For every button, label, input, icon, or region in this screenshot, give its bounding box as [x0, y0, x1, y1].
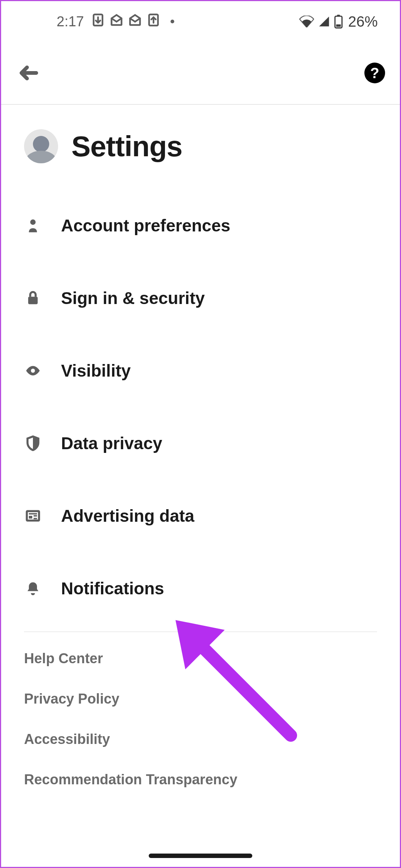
envelope-open-icon — [110, 13, 123, 30]
settings-item-advertising-data[interactable]: Advertising data — [24, 480, 377, 552]
footer-links: Help Center Privacy Policy Accessibility… — [1, 632, 400, 788]
clipboard-out-icon — [91, 13, 105, 30]
settings-item-sign-in-security[interactable]: Sign in & security — [24, 262, 377, 334]
settings-item-label: Sign in & security — [61, 288, 205, 308]
svg-rect-6 — [28, 297, 38, 304]
status-bar: 2:17 — [1, 1, 400, 42]
settings-item-label: Account preferences — [61, 216, 230, 236]
eye-icon — [24, 363, 42, 379]
settings-item-account-preferences[interactable]: Account preferences — [24, 189, 377, 262]
settings-item-label: Visibility — [61, 361, 131, 381]
footer-link-accessibility[interactable]: Accessibility — [24, 731, 377, 747]
shield-icon — [24, 435, 42, 451]
settings-item-label: Data privacy — [61, 433, 162, 453]
footer-link-recommendation-transparency[interactable]: Recommendation Transparency — [24, 772, 377, 788]
svg-rect-3 — [337, 15, 340, 17]
settings-item-visibility[interactable]: Visibility — [24, 334, 377, 407]
settings-item-label: Advertising data — [61, 506, 194, 526]
app-header: ? — [1, 42, 400, 105]
wifi-icon — [299, 16, 314, 27]
envelope-open-icon-2 — [128, 13, 142, 30]
clipboard-in-icon — [147, 13, 160, 30]
battery-percent: 26% — [348, 13, 378, 30]
person-icon — [24, 217, 42, 234]
page-title: Settings — [71, 130, 182, 163]
navigation-handle[interactable] — [149, 854, 252, 858]
svg-rect-4 — [336, 24, 341, 27]
status-bar-right: 26% — [299, 13, 378, 30]
battery-icon — [334, 14, 343, 29]
avatar[interactable] — [24, 129, 58, 163]
svg-point-7 — [31, 369, 35, 373]
lock-icon — [24, 290, 42, 306]
svg-rect-8 — [27, 511, 39, 521]
svg-rect-9 — [29, 516, 32, 518]
status-icons-left — [91, 13, 174, 30]
settings-item-notifications[interactable]: Notifications — [24, 552, 377, 625]
svg-point-5 — [30, 220, 36, 225]
settings-item-data-privacy[interactable]: Data privacy — [24, 407, 377, 480]
settings-list: Account preferences Sign in & security V… — [1, 174, 400, 625]
footer-link-help-center[interactable]: Help Center — [24, 651, 377, 667]
newspaper-icon — [24, 508, 42, 524]
status-more-dot-icon — [171, 20, 174, 23]
bell-icon — [24, 580, 42, 597]
question-mark-icon: ? — [370, 65, 379, 81]
title-row: Settings — [1, 105, 400, 174]
status-time: 2:17 — [57, 14, 84, 30]
help-button[interactable]: ? — [364, 63, 385, 83]
cellular-signal-icon — [318, 16, 330, 27]
settings-item-label: Notifications — [61, 578, 164, 598]
back-button[interactable] — [16, 60, 42, 86]
status-bar-left: 2:17 — [57, 13, 174, 30]
footer-link-privacy-policy[interactable]: Privacy Policy — [24, 691, 377, 707]
